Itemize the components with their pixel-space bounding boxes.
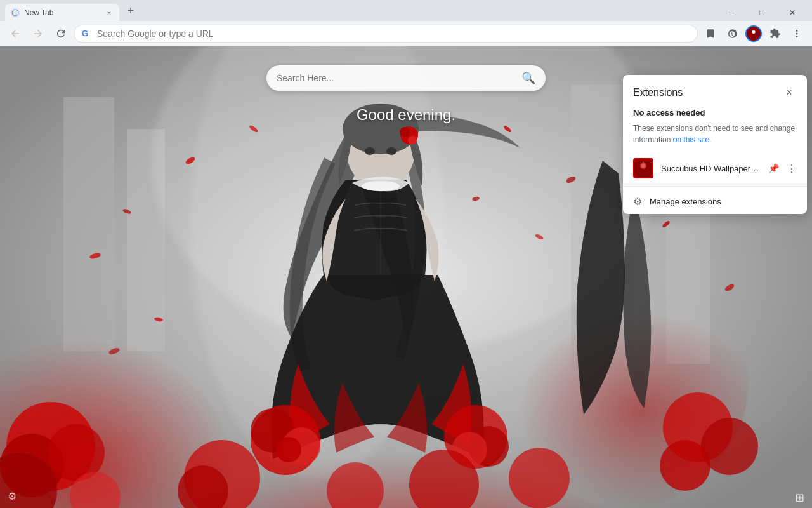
url-input[interactable] xyxy=(97,29,690,39)
ext-name-label: Succubus HD Wallpapers New... xyxy=(661,164,761,173)
manage-label: Manage extensions xyxy=(650,197,721,206)
extensions-panel: Extensions × No access needed These exte… xyxy=(623,75,807,214)
ext-close-button[interactable]: × xyxy=(782,85,797,100)
manage-gear-icon: ⚙ xyxy=(633,196,642,208)
search-bar[interactable]: 🔍 xyxy=(266,65,546,91)
search-overlay: 🔍 Good evening. xyxy=(266,65,546,124)
svg-point-56 xyxy=(641,164,645,168)
ext-header: Extensions × xyxy=(623,75,807,105)
extension-succubus-button[interactable] xyxy=(743,23,764,44)
svg-point-1 xyxy=(752,30,755,33)
ext-divider xyxy=(623,186,807,187)
ext-description: These extensions don't need to see and c… xyxy=(623,123,807,153)
greeting-text: Good evening. xyxy=(357,106,455,124)
ext-icon-succubus xyxy=(633,158,653,178)
ext-site-link[interactable]: on this site. xyxy=(673,135,712,144)
tab-title: New Tab xyxy=(24,8,100,17)
bottom-bar: ⚙ ⊞ xyxy=(0,488,812,508)
svg-point-15 xyxy=(400,127,410,137)
tab-favicon xyxy=(10,8,20,18)
bottom-right-area: ⊞ xyxy=(795,491,804,505)
forward-button[interactable] xyxy=(28,23,48,44)
new-tab-button[interactable]: + xyxy=(122,2,140,20)
extensions-menu-button[interactable] xyxy=(765,23,785,44)
history-button[interactable] xyxy=(722,23,742,44)
chrome-menu-button[interactable] xyxy=(787,23,807,44)
extension-icon xyxy=(745,25,762,42)
ext-menu-icon[interactable]: ⋮ xyxy=(787,163,797,175)
ext-pin-icon[interactable]: 📌 xyxy=(768,163,779,173)
google-logo: G xyxy=(82,29,92,39)
tab-strip: New Tab × + xyxy=(0,4,712,21)
ext-panel-title: Extensions xyxy=(633,87,683,98)
back-button[interactable] xyxy=(5,23,25,44)
search-input[interactable] xyxy=(277,73,516,83)
settings-bottom-button[interactable]: ⚙ xyxy=(8,490,23,505)
toolbar: G xyxy=(0,21,812,46)
manage-extensions-item[interactable]: ⚙ Manage extensions xyxy=(623,189,807,214)
tab-close-button[interactable]: × xyxy=(104,8,114,18)
close-button[interactable]: ✕ xyxy=(778,2,807,23)
ext-no-access-label: No access needed xyxy=(623,105,807,123)
svg-point-40 xyxy=(660,440,710,491)
svg-point-17 xyxy=(365,147,375,155)
active-tab[interactable]: New Tab × xyxy=(5,4,119,21)
svg-point-19 xyxy=(362,181,400,191)
extension-item[interactable]: Succubus HD Wallpapers New... 📌 ⋮ xyxy=(623,153,807,184)
search-icon: 🔍 xyxy=(521,71,535,85)
bookmark-button[interactable] xyxy=(700,23,721,44)
apps-grid-icon[interactable]: ⊞ xyxy=(795,491,804,505)
svg-point-24 xyxy=(276,437,301,462)
window-controls: ─ □ ✕ xyxy=(712,4,812,21)
address-bar[interactable]: G xyxy=(74,25,698,43)
browser-frame: New Tab × + ─ □ ✕ G xyxy=(0,0,812,508)
svg-point-18 xyxy=(386,147,396,155)
svg-point-16 xyxy=(408,136,417,145)
svg-point-0 xyxy=(12,10,18,16)
refresh-button[interactable] xyxy=(51,23,71,44)
toolbar-icons xyxy=(700,23,807,44)
title-bar: New Tab × + ─ □ ✕ xyxy=(0,0,812,21)
minimize-button[interactable]: ─ xyxy=(717,2,746,23)
content-area: 🔍 Good evening. Extensions × No access n… xyxy=(0,46,812,508)
maximize-button[interactable]: □ xyxy=(747,2,776,23)
